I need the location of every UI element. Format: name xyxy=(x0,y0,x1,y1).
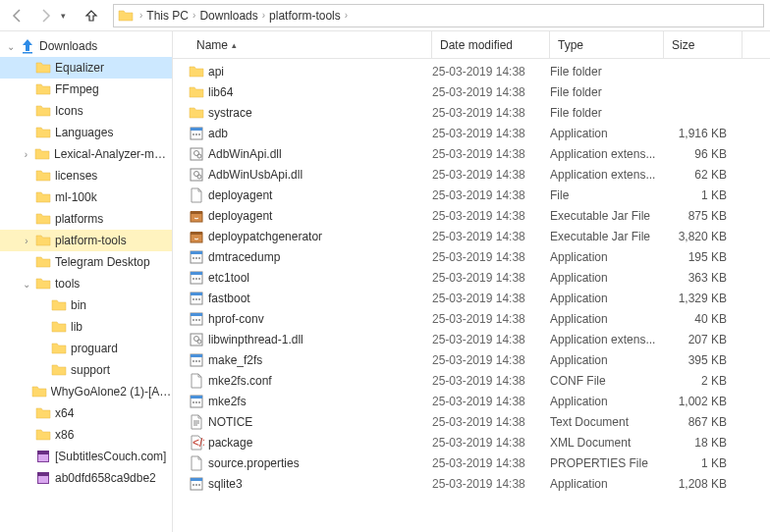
file-size: 62 KB xyxy=(664,168,742,182)
chevron-down-icon[interactable]: ⌄ xyxy=(20,279,33,290)
exe-icon xyxy=(189,311,204,327)
breadcrumb-seg[interactable]: platform-tools xyxy=(267,9,343,23)
file-row[interactable]: api25-03-2019 14:38File folder xyxy=(189,61,770,81)
tree-item-label: Downloads xyxy=(39,39,97,53)
breadcrumb-seg[interactable]: Downloads xyxy=(197,9,259,23)
file-row[interactable]: source.properties25-03-2019 14:38PROPERT… xyxy=(189,452,770,473)
column-type[interactable]: Type xyxy=(550,31,664,58)
tree-item[interactable]: ›ab0dfd658ca9dbe2 xyxy=(0,467,172,489)
file-type: CONF File xyxy=(550,374,664,388)
file-row[interactable]: lib6425-03-2019 14:38File folder xyxy=(189,81,770,102)
file-size: 363 KB xyxy=(664,271,742,285)
tree-item[interactable]: ›proguard xyxy=(0,338,172,359)
up-button[interactable] xyxy=(80,4,103,27)
tree-item[interactable]: ›lib xyxy=(0,316,172,338)
tree-item[interactable]: ›Equalizer xyxy=(0,57,172,79)
file-date: 25-03-2019 14:38 xyxy=(432,85,550,99)
address-bar[interactable]: › This PC › Downloads › platform-tools › xyxy=(113,4,764,27)
tree-item[interactable]: ⌄Downloads xyxy=(0,35,172,57)
file-icon xyxy=(189,187,204,203)
tree-item[interactable]: ›support xyxy=(0,359,172,381)
back-button[interactable] xyxy=(6,4,29,27)
folder-tree[interactable]: ⌄Downloads›Equalizer›FFmpeg›Icons›Langua… xyxy=(0,31,173,532)
chevron-right-icon[interactable]: › xyxy=(20,236,33,246)
tree-item[interactable]: ›Telegram Desktop xyxy=(0,251,172,273)
column-size[interactable]: Size xyxy=(664,31,742,58)
file-name: api xyxy=(208,65,224,79)
chevron-down-icon[interactable]: ⌄ xyxy=(4,41,18,52)
file-row[interactable]: sqlite325-03-2019 14:38Application1,208 … xyxy=(189,473,770,494)
file-type: PROPERTIES File xyxy=(550,456,664,470)
file-date: 25-03-2019 14:38 xyxy=(432,436,550,450)
tree-item[interactable]: ›Languages xyxy=(0,122,172,143)
folder-icon xyxy=(35,60,51,76)
file-name: mke2fs xyxy=(208,395,247,408)
tree-item-label: lib xyxy=(71,320,82,334)
txt-icon xyxy=(189,414,204,430)
file-row[interactable]: mke2fs.conf25-03-2019 14:38CONF File2 KB xyxy=(189,370,770,391)
file-row[interactable]: package25-03-2019 14:38XML Document18 KB xyxy=(189,432,770,452)
file-row[interactable]: etc1tool25-03-2019 14:38Application363 K… xyxy=(189,267,770,288)
forward-button[interactable] xyxy=(33,4,57,27)
tree-item[interactable]: ›bin xyxy=(0,294,172,316)
file-date: 25-03-2019 14:38 xyxy=(432,188,550,202)
file-list[interactable]: api25-03-2019 14:38File folderlib6425-03… xyxy=(173,59,770,532)
tree-item[interactable]: ›Lexical-Analyzer-master xyxy=(0,143,172,165)
tree-item-label: x64 xyxy=(55,406,74,420)
breadcrumb-seg[interactable]: This PC xyxy=(144,9,191,23)
arrow-up-icon xyxy=(83,8,99,24)
file-size: 867 KB xyxy=(664,415,742,429)
tree-item[interactable]: ›ml-100k xyxy=(0,186,172,208)
file-row[interactable]: NOTICE25-03-2019 14:38Text Document867 K… xyxy=(189,411,770,432)
column-type-label: Type xyxy=(558,38,583,52)
tree-item[interactable]: ›licenses xyxy=(0,165,172,186)
tree-item[interactable]: ›Icons xyxy=(0,100,172,122)
file-row[interactable]: systrace25-03-2019 14:38File folder xyxy=(189,102,770,123)
file-type: Application xyxy=(550,250,664,264)
file-row[interactable]: make_f2fs25-03-2019 14:38Application395 … xyxy=(189,349,770,370)
file-date: 25-03-2019 14:38 xyxy=(432,230,550,243)
tree-item-label: Languages xyxy=(55,126,113,139)
file-icon xyxy=(189,373,204,389)
column-name[interactable]: Name▴ xyxy=(189,31,432,58)
file-row[interactable]: libwinpthread-1.dll25-03-2019 14:38Appli… xyxy=(189,329,770,349)
file-date: 25-03-2019 14:38 xyxy=(432,127,550,140)
tree-item-label: Icons xyxy=(55,104,83,118)
tree-item[interactable]: ›x86 xyxy=(0,424,172,446)
chevron-right-icon[interactable]: › xyxy=(20,149,32,160)
file-row[interactable]: fastboot25-03-2019 14:38Application1,329… xyxy=(189,288,770,308)
file-type: Application xyxy=(550,395,664,408)
folder-icon xyxy=(35,405,51,421)
downloads-icon xyxy=(20,38,35,54)
chevron-right-icon: › xyxy=(192,10,195,21)
folder-icon xyxy=(35,103,51,119)
tree-item[interactable]: ›platform-tools xyxy=(0,230,172,251)
file-date: 25-03-2019 14:38 xyxy=(432,353,550,367)
folder-icon xyxy=(189,84,204,100)
file-row[interactable]: deploypatchgenerator25-03-2019 14:38Exec… xyxy=(189,226,770,246)
file-row[interactable]: adb25-03-2019 14:38Application1,916 KB xyxy=(189,123,770,143)
tree-item-label: proguard xyxy=(71,342,118,355)
file-row[interactable]: hprof-conv25-03-2019 14:38Application40 … xyxy=(189,308,770,329)
tree-item[interactable]: ›platforms xyxy=(0,208,172,230)
file-row[interactable]: AdbWinUsbApi.dll25-03-2019 14:38Applicat… xyxy=(189,164,770,185)
history-dropdown[interactable]: ▾ xyxy=(61,11,66,21)
tree-item[interactable]: ›x64 xyxy=(0,402,172,424)
column-date[interactable]: Date modified xyxy=(432,31,550,58)
file-row[interactable]: deployagent25-03-2019 14:38Executable Ja… xyxy=(189,205,770,226)
file-type: Application extens... xyxy=(550,147,664,161)
file-name: make_f2fs xyxy=(208,353,262,367)
file-row[interactable]: dmtracedump25-03-2019 14:38Application19… xyxy=(189,246,770,267)
arrow-right-icon xyxy=(37,8,53,24)
tree-item[interactable]: ⌄tools xyxy=(0,273,172,294)
file-name: dmtracedump xyxy=(208,250,280,264)
file-row[interactable]: AdbWinApi.dll25-03-2019 14:38Application… xyxy=(189,143,770,164)
folder-icon xyxy=(189,105,204,121)
tree-item[interactable]: ›FFmpeg xyxy=(0,79,172,100)
file-name: package xyxy=(208,436,252,450)
file-row[interactable]: deployagent25-03-2019 14:38File1 KB xyxy=(189,185,770,205)
tree-item[interactable]: ›[SubtitlesCouch.com] xyxy=(0,446,172,467)
tree-item[interactable]: ›WhyGoAlone2 (1)-[AudioTrimmer] xyxy=(0,381,172,402)
file-type: Application xyxy=(550,127,664,140)
file-row[interactable]: mke2fs25-03-2019 14:38Application1,002 K… xyxy=(189,391,770,411)
